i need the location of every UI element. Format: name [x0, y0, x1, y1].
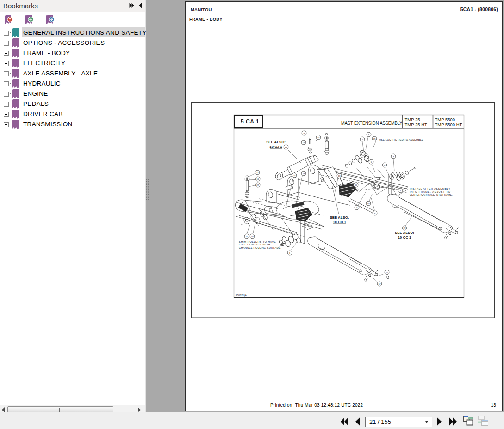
svg-text:36: 36 [355, 184, 357, 186]
svg-text:MAST EXTENSION ASSEMBLY: MAST EXTENSION ASSEMBLY [341, 120, 403, 126]
svg-text:CENTER CARRIAGE INTO FRAME.: CENTER CARRIAGE INTO FRAME. [410, 193, 453, 196]
svg-text:SHIM ROLLERS TO HAVE: SHIM ROLLERS TO HAVE [239, 240, 276, 243]
svg-text:INSTALL AFTER ASSEMBLY: INSTALL AFTER ASSEMBLY [410, 187, 450, 190]
svg-text:INTO FRAME. ADJUST TO: INTO FRAME. ADJUST TO [410, 190, 450, 193]
svg-text:19: 19 [404, 227, 406, 229]
svg-text:USE LOCTITE RED TO ASSEMBLE: USE LOCTITE RED TO ASSEMBLE [379, 138, 423, 141]
svg-text:11: 11 [246, 235, 248, 238]
svg-text:TMP 5500 HT: TMP 5500 HT [435, 122, 462, 127]
svg-text:27: 27 [257, 184, 259, 186]
svg-text:10 CD 1: 10 CD 1 [333, 220, 346, 224]
svg-text:15: 15 [303, 141, 305, 144]
svg-text:TMP 25: TMP 25 [405, 117, 420, 122]
svg-text:23: 23 [256, 172, 259, 174]
svg-text:5 CA 1: 5 CA 1 [241, 118, 259, 125]
svg-text:22: 22 [386, 271, 388, 274]
svg-text:TMP 25 HT: TMP 25 HT [405, 122, 428, 127]
svg-text:30: 30 [367, 202, 370, 205]
svg-text:SEE ALSO:: SEE ALSO: [266, 140, 286, 144]
svg-text:23: 23 [303, 172, 305, 175]
svg-text:24: 24 [293, 174, 296, 177]
svg-text:45: 45 [373, 138, 376, 140]
svg-text:26: 26 [303, 132, 305, 135]
svg-text:10: 10 [251, 235, 254, 238]
svg-text:TMP 5500: TMP 5500 [435, 117, 455, 122]
svg-text:17: 17 [379, 283, 381, 285]
svg-text:14: 14 [285, 146, 287, 148]
svg-text:800621)A: 800621)A [236, 294, 247, 297]
svg-text:FULL CONTACT WITH: FULL CONTACT WITH [239, 243, 270, 246]
svg-text:CHANNEL ROLLING SURFACE.: CHANNEL ROLLING SURFACE. [239, 246, 281, 249]
svg-text:18: 18 [338, 175, 341, 177]
svg-text:10 CC 1: 10 CC 1 [398, 235, 411, 239]
svg-text:10 CJ 1: 10 CJ 1 [269, 145, 282, 149]
svg-text:SEE ALSO:: SEE ALSO: [395, 231, 414, 235]
svg-text:25: 25 [317, 136, 320, 139]
svg-text:16: 16 [257, 178, 259, 180]
svg-text:SEE ALSO:: SEE ALSO: [330, 215, 349, 220]
